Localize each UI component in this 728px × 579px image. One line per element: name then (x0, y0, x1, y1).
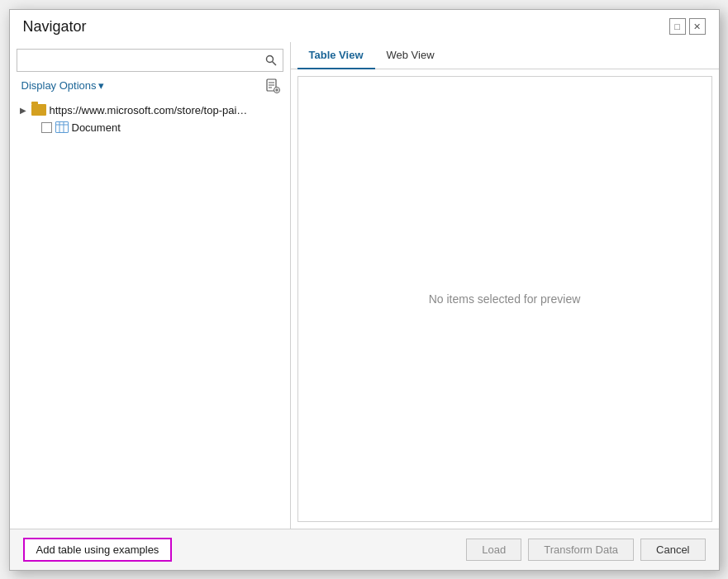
svg-point-0 (266, 55, 273, 62)
display-options-button[interactable]: Display Options ▾ (18, 78, 107, 93)
navigator-dialog: Navigator □ ✕ Display Option (9, 9, 720, 571)
tree-expand-arrow: ▶ (18, 106, 28, 115)
item-checkbox[interactable] (41, 122, 52, 133)
add-page-icon (265, 78, 280, 93)
table-icon (55, 121, 69, 133)
search-icon (265, 55, 277, 66)
tree-folder-item[interactable]: ▶ https://www.microsoft.com/store/top-pa… (17, 102, 283, 119)
add-table-button[interactable]: Add table using examples (23, 538, 173, 562)
minimize-button[interactable]: □ (669, 18, 686, 35)
dialog-title: Navigator (23, 18, 87, 36)
display-options-label: Display Options (21, 79, 97, 92)
tree-area: ▶ https://www.microsoft.com/store/top-pa… (17, 102, 283, 522)
tree-folder-label: https://www.microsoft.com/store/top-paid… (50, 104, 248, 116)
title-bar: Navigator □ ✕ (10, 10, 719, 42)
bottom-right-actions: Load Transform Data Cancel (466, 539, 705, 561)
right-panel: Table View Web View No items selected fo… (291, 42, 719, 529)
display-options-row: Display Options ▾ (17, 77, 283, 95)
no-items-message: No items selected for preview (429, 292, 581, 306)
window-controls: □ ✕ (669, 18, 706, 35)
svg-rect-9 (55, 122, 68, 133)
tab-web-view[interactable]: Web View (375, 42, 446, 69)
svg-line-1 (272, 61, 276, 65)
folder-icon (31, 104, 46, 116)
tree-child-item[interactable]: Document (40, 119, 283, 136)
bottom-bar: Add table using examples Load Transform … (10, 529, 719, 570)
search-box (17, 49, 283, 72)
close-button[interactable]: ✕ (689, 18, 706, 35)
tree-child-label: Document (72, 121, 121, 134)
search-input[interactable] (17, 50, 259, 69)
display-options-caret: ▾ (98, 79, 104, 92)
cancel-button[interactable]: Cancel (640, 539, 705, 561)
tabs-row: Table View Web View (291, 42, 719, 69)
preview-area: No items selected for preview (297, 76, 712, 522)
add-table-icon-button[interactable] (264, 77, 282, 95)
content-area: Display Options ▾ (10, 42, 719, 529)
transform-data-button[interactable]: Transform Data (528, 539, 634, 561)
search-button[interactable] (259, 50, 283, 71)
bottom-left-actions: Add table using examples (23, 538, 173, 562)
load-button[interactable]: Load (466, 539, 521, 561)
tab-table-view[interactable]: Table View (297, 42, 375, 69)
left-panel: Display Options ▾ (10, 42, 291, 529)
